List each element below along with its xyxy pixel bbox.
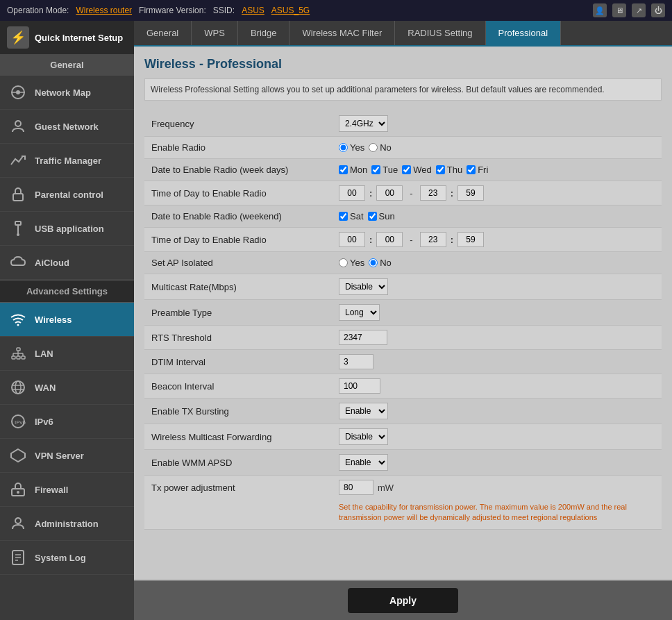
power-icon[interactable]: ⏻ — [651, 3, 665, 17]
ap-isolated-no-label[interactable]: No — [369, 258, 392, 268]
check-tue-label[interactable]: Tue — [371, 165, 398, 175]
check-sun-label[interactable]: Sun — [368, 211, 395, 221]
enable-wmm-apsd-label: Enable WMM APSD — [144, 450, 332, 475]
svg-point-22 — [15, 381, 21, 394]
enable-radio-yes-label[interactable]: Yes — [339, 142, 364, 153]
row-set-ap-isolated: Set AP Isolated Yes No — [144, 252, 662, 274]
time-we-sep2: : — [451, 235, 453, 245]
date-weekend-value: Sat Sun — [332, 206, 662, 227]
tab-radius-setting[interactable]: RADIUS Setting — [395, 21, 485, 45]
tab-bridge[interactable]: Bridge — [238, 21, 290, 45]
sidebar-item-lan[interactable]: LAN — [0, 337, 134, 371]
time-we-dash: - — [410, 235, 412, 245]
tx-power-input[interactable] — [339, 480, 373, 495]
setup-icon: ⚡ — [7, 26, 29, 49]
ssid-5g-link[interactable]: ASUS_5G — [271, 6, 310, 15]
system-log-icon — [8, 548, 28, 567]
sidebar-item-administration[interactable]: Administration — [0, 507, 134, 541]
usb-icon — [8, 219, 28, 238]
wireless-multicast-forwarding-label: Wireless Multicast Forwarding — [144, 424, 332, 449]
check-mon-label[interactable]: Mon — [339, 165, 367, 175]
sidebar-item-usb-application[interactable]: USB application — [0, 212, 134, 246]
sidebar-item-system-log[interactable]: System Log — [0, 541, 134, 575]
sidebar-item-network-map[interactable]: Network Map — [0, 76, 134, 110]
time-we-to-m[interactable] — [457, 232, 484, 247]
sidebar-item-aicloud[interactable]: AiCloud — [0, 246, 134, 280]
content-area: Wireless - Professional Wireless Profess… — [134, 47, 672, 580]
row-enable-wmm-apsd: Enable WMM APSD Enable Disable — [144, 450, 662, 476]
operation-mode-label: Operation Mode: — [7, 6, 69, 15]
tx-power-note: Set the capability for transmission powe… — [144, 499, 662, 529]
tab-general[interactable]: General — [134, 21, 192, 45]
apply-button[interactable]: Apply — [348, 588, 458, 613]
svg-rect-12 — [22, 356, 25, 359]
aicloud-icon — [8, 253, 28, 272]
wireless-multicast-forwarding-select[interactable]: Enable Disable — [339, 428, 388, 445]
sidebar-item-firewall[interactable]: Firewall — [0, 473, 134, 507]
enable-radio-no[interactable] — [369, 143, 378, 152]
check-wed-label[interactable]: Wed — [402, 165, 432, 175]
sidebar-item-ipv6[interactable]: IPv6 IPv6 — [0, 405, 134, 439]
time-wd-to-m[interactable] — [457, 185, 484, 201]
ap-isolated-no[interactable] — [369, 258, 378, 267]
row-enable-tx-bursting: Enable TX Bursting Enable Disable — [144, 399, 662, 424]
beacon-interval-input[interactable] — [339, 378, 380, 394]
check-mon[interactable] — [339, 165, 348, 174]
check-sat-label[interactable]: Sat — [339, 211, 364, 221]
check-thu[interactable] — [436, 165, 445, 174]
monitor-icon[interactable]: 🖥 — [612, 3, 626, 17]
check-wed[interactable] — [402, 165, 411, 174]
user-icon[interactable]: 👤 — [593, 3, 607, 17]
check-sat[interactable] — [339, 212, 348, 221]
ap-isolated-yes-label[interactable]: Yes — [339, 258, 364, 268]
tab-wireless-mac-filter[interactable]: Wireless MAC Filter — [289, 21, 395, 45]
frequency-select[interactable]: 2.4GHz 5GHz — [339, 115, 388, 132]
check-sun[interactable] — [368, 212, 377, 221]
ap-isolated-yes[interactable] — [339, 258, 348, 267]
share-icon[interactable]: ↗ — [632, 3, 646, 17]
rts-threshold-input[interactable] — [339, 330, 387, 345]
ssid-2g-link[interactable]: ASUS — [242, 6, 264, 15]
sidebar-item-guest-network[interactable]: Guest Network — [0, 110, 134, 144]
enable-wmm-apsd-select[interactable]: Enable Disable — [339, 454, 388, 471]
sidebar-item-wan[interactable]: WAN — [0, 371, 134, 405]
time-weekdays-label: Time of Day to Enable Radio — [144, 181, 332, 205]
dtim-interval-label: DTIM Interval — [144, 350, 332, 374]
sidebar-item-traffic-manager[interactable]: Traffic Manager — [0, 144, 134, 178]
time-wd-to-h[interactable] — [420, 185, 446, 201]
check-thu-label[interactable]: Thu — [436, 165, 462, 175]
sidebar-item-parental-control[interactable]: Parental control — [0, 178, 134, 212]
enable-radio-yes[interactable] — [339, 143, 348, 152]
time-wd-from-h[interactable] — [339, 185, 365, 201]
check-fri-label[interactable]: Fri — [467, 165, 488, 175]
time-we-from-m[interactable] — [376, 232, 403, 247]
preamble-type-select[interactable]: Long Short — [339, 304, 380, 321]
top-bar: Operation Mode: Wireless router Firmware… — [0, 0, 672, 21]
date-weekdays-label: Date to Enable Radio (week days) — [144, 159, 332, 181]
parental-control-label: Parental control — [35, 190, 103, 200]
beacon-interval-label: Beacon Interval — [144, 374, 332, 398]
operation-mode-link[interactable]: Wireless router — [76, 6, 132, 15]
enable-tx-bursting-label: Enable TX Bursting — [144, 399, 332, 424]
administration-icon — [8, 514, 28, 533]
time-wd-sep1: : — [369, 188, 372, 199]
top-bar-icons: 👤 🖥 ↗ ⏻ — [593, 3, 665, 17]
enable-wmm-apsd-value: Enable Disable — [332, 450, 662, 475]
check-fri[interactable] — [467, 165, 476, 174]
row-rts-threshold: RTS Threshold — [144, 326, 662, 350]
sidebar-item-wireless[interactable]: Wireless — [0, 303, 134, 337]
tab-wps[interactable]: WPS — [192, 21, 238, 45]
svg-rect-6 — [15, 221, 21, 225]
enable-tx-bursting-select[interactable]: Enable Disable — [339, 403, 388, 419]
quick-internet-setup[interactable]: ⚡ Quick Internet Setup — [0, 21, 134, 54]
time-we-from-h[interactable] — [339, 232, 365, 247]
dtim-interval-input[interactable] — [339, 354, 373, 369]
time-wd-from-m[interactable] — [376, 185, 403, 201]
sidebar-item-vpn-server[interactable]: VPN Server — [0, 439, 134, 473]
time-we-to-h[interactable] — [420, 232, 446, 247]
multicast-rate-select[interactable]: Disable 1 2 5.5 6 9 11 — [339, 278, 388, 295]
tab-professional[interactable]: Professional — [486, 21, 562, 45]
check-tue[interactable] — [371, 165, 380, 174]
time-weekend-label: Time of Day to Enable Radio — [144, 228, 332, 251]
enable-radio-no-label[interactable]: No — [369, 142, 392, 153]
